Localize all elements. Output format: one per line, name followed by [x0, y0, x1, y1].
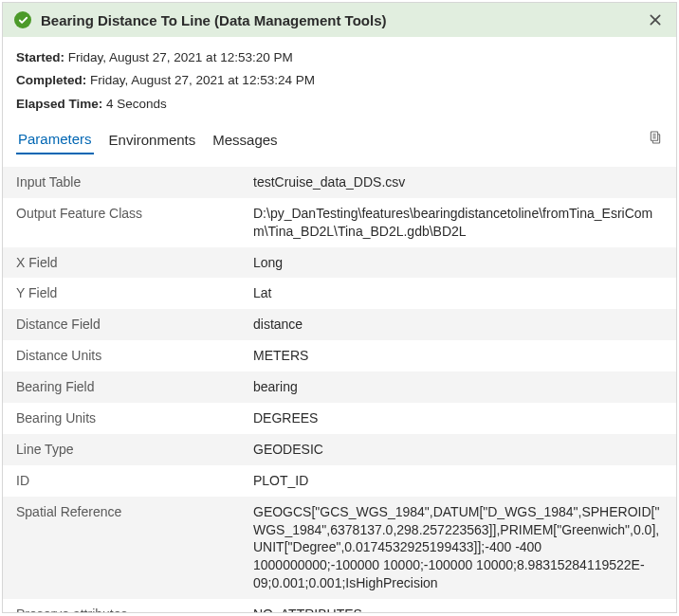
completed-value: Friday, August 27, 2021 at 12:53:24 PM — [90, 73, 315, 87]
param-row: Y FieldLat — [3, 278, 676, 309]
param-label: ID — [16, 472, 253, 490]
param-value: bearing — [253, 378, 663, 396]
param-row: Line TypeGEODESIC — [3, 434, 676, 465]
param-value: D:\py_DanTesting\features\bearingdistanc… — [253, 205, 663, 241]
tool-title: Bearing Distance To Line (Data Managemen… — [41, 12, 636, 28]
param-value: PLOT_ID — [253, 472, 663, 490]
param-value: METERS — [253, 347, 663, 365]
param-value: Lat — [253, 284, 663, 302]
elapsed-value: 4 Seconds — [106, 97, 167, 111]
elapsed-label: Elapsed Time: — [16, 97, 102, 111]
elapsed-row: Elapsed Time: 4 Seconds — [16, 93, 663, 116]
param-value: NO_ATTRIBUTES — [253, 606, 663, 612]
param-label: Output Feature Class — [16, 205, 253, 241]
param-row: IDPLOT_ID — [3, 465, 676, 497]
param-row: Input TabletestCruise_data_DDS.csv — [3, 167, 676, 198]
param-row: Distance UnitsMETERS — [3, 340, 676, 371]
tab-environments[interactable]: Environments — [107, 128, 198, 154]
started-value: Friday, August 27, 2021 at 12:53:20 PM — [68, 50, 293, 64]
copy-icon[interactable] — [648, 129, 663, 153]
param-row: Output Feature ClassD:\py_DanTesting\fea… — [3, 198, 676, 247]
param-label: Input Table — [16, 173, 253, 191]
tabs: Parameters Environments Messages — [3, 121, 676, 155]
panel-header: Bearing Distance To Line (Data Managemen… — [3, 3, 676, 37]
param-value: distance — [253, 316, 663, 334]
param-label: Spatial Reference — [16, 503, 253, 592]
param-value: GEODESIC — [253, 441, 663, 459]
tab-messages[interactable]: Messages — [211, 128, 279, 154]
parameters-table: Input TabletestCruise_data_DDS.csvOutput… — [3, 167, 676, 612]
param-value: Long — [253, 254, 663, 272]
param-row: Bearing Fieldbearing — [3, 371, 676, 403]
param-label: Bearing Units — [16, 409, 253, 427]
param-label: Bearing Field — [16, 378, 253, 396]
close-icon[interactable] — [646, 10, 665, 29]
param-row: Spatial ReferenceGEOGCS["GCS_WGS_1984",D… — [3, 497, 676, 599]
param-row: Preserve attributesNO_ATTRIBUTES — [3, 599, 676, 612]
started-label: Started: — [16, 50, 64, 64]
param-label: Preserve attributes — [16, 606, 253, 612]
param-row: Distance Fielddistance — [3, 309, 676, 340]
completed-label: Completed: — [16, 73, 86, 87]
param-row: X FieldLong — [3, 247, 676, 279]
param-label: X Field — [16, 254, 253, 272]
completed-row: Completed: Friday, August 27, 2021 at 12… — [16, 69, 663, 92]
tool-result-panel: Bearing Distance To Line (Data Managemen… — [2, 2, 677, 613]
param-label: Line Type — [16, 441, 253, 459]
param-label: Distance Units — [16, 347, 253, 365]
run-metadata: Started: Friday, August 27, 2021 at 12:5… — [3, 37, 676, 121]
param-value: GEOGCS["GCS_WGS_1984",DATUM["D_WGS_1984"… — [253, 503, 663, 592]
param-row: Bearing UnitsDEGREES — [3, 403, 676, 434]
param-label: Y Field — [16, 284, 253, 302]
param-label: Distance Field — [16, 316, 253, 334]
success-icon — [14, 11, 31, 28]
param-value: DEGREES — [253, 409, 663, 427]
started-row: Started: Friday, August 27, 2021 at 12:5… — [16, 46, 663, 69]
param-value: testCruise_data_DDS.csv — [253, 173, 663, 191]
tab-parameters[interactable]: Parameters — [16, 127, 94, 154]
